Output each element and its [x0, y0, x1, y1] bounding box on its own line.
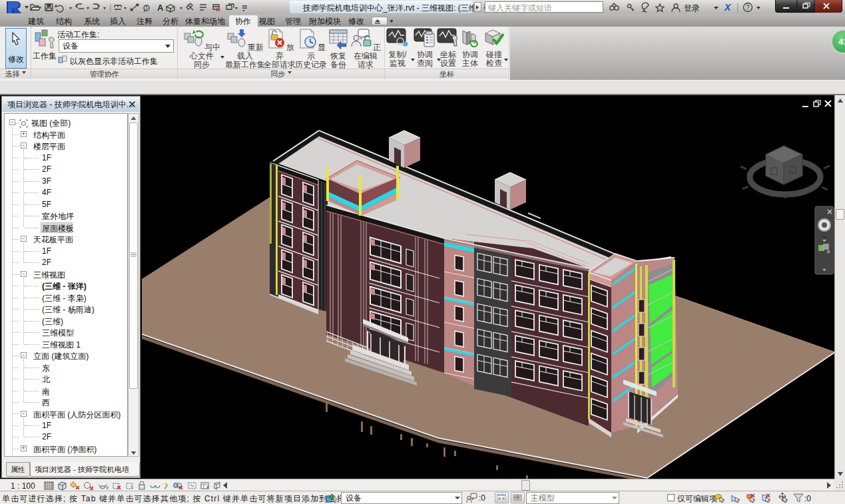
svg-text:?: ?: [746, 4, 750, 11]
svg-text:X: X: [724, 2, 732, 13]
svg-text:1: 1: [145, 5, 148, 10]
svg-text::0: :0: [804, 494, 811, 503]
svg-text:9: 9: [106, 485, 109, 490]
svg-text:登录: 登录: [684, 3, 700, 13]
svg-text:A: A: [157, 3, 164, 13]
